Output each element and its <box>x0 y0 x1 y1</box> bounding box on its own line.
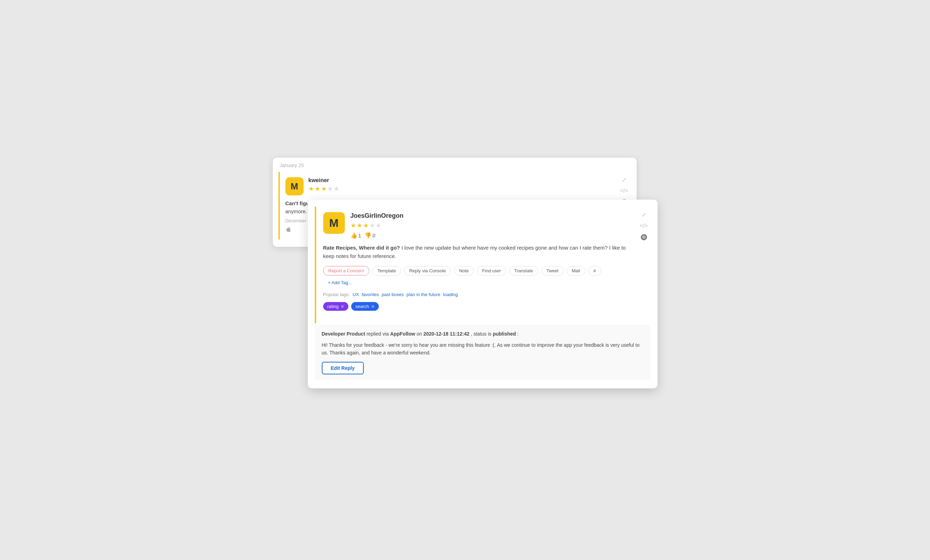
downvote-count: 0 <box>373 233 375 238</box>
expand-icon[interactable]: ⤢ <box>621 176 628 184</box>
report-concern-button[interactable]: Report a Concern <box>323 266 370 275</box>
popular-tags-row: Popular tags: UX favorites past boxes pl… <box>323 292 633 297</box>
hash-button[interactable]: # <box>588 266 601 275</box>
code-icon-front[interactable]: </> <box>640 222 648 230</box>
star-1: ★ <box>308 185 314 193</box>
reply-on-text: on <box>417 331 423 337</box>
reply-section: Developer Product replied via AppFollow … <box>315 325 651 380</box>
active-tag-search[interactable]: search ✕ <box>351 302 379 311</box>
active-tag-rating-remove[interactable]: ✕ <box>341 304 344 309</box>
review-text-front: Rate Recipes, Where did it go? I love th… <box>323 244 633 261</box>
popular-tag-past-boxes[interactable]: past boxes <box>382 292 403 297</box>
front-star-1: ★ <box>351 222 356 229</box>
review-title-front: Rate Recipes, Where did it go? <box>323 245 400 251</box>
card-front: ⤢ </> 🔘 M JoesGirlinOregon ★ ★ ★ ★ ★ <box>308 199 657 388</box>
reviewer-info-back: M kweiner ★ ★ ★ ★ ★ <box>285 177 625 195</box>
reply-text: Hi! Thanks for your feedback - we're sor… <box>322 341 644 357</box>
reply-header: Developer Product replied via AppFollow … <box>322 330 644 338</box>
review-card-front: ⤢ </> 🔘 M JoesGirlinOregon ★ ★ ★ ★ ★ <box>315 207 651 323</box>
reply-status-text: , status is <box>471 331 493 337</box>
translate-button[interactable]: Translate <box>509 266 538 275</box>
star-4: ★ <box>327 185 333 193</box>
reviewer-details-front: JoesGirlinOregon ★ ★ ★ ★ ★ 👍 1 <box>351 212 633 239</box>
reviewer-name-front: JoesGirlinOregon <box>351 212 633 219</box>
downvote-btn[interactable]: 👎 0 <box>365 232 375 239</box>
front-star-4: ★ <box>370 222 375 229</box>
vote-row: 👍 1 👎 0 <box>351 232 633 239</box>
popular-tag-ux[interactable]: UX <box>353 292 359 297</box>
find-user-button[interactable]: Find user <box>477 266 506 275</box>
reply-via-text: replied via <box>366 331 390 337</box>
template-button[interactable]: Template <box>372 266 401 275</box>
reply-developer: Developer Product <box>322 331 365 337</box>
expand-icon-front[interactable]: ⤢ <box>640 211 648 218</box>
active-tag-search-label: search <box>355 304 369 309</box>
active-tag-rating[interactable]: rating ✕ <box>323 302 349 311</box>
reply-platform: AppFollow <box>390 331 416 337</box>
stars-back: ★ ★ ★ ★ ★ <box>308 185 625 193</box>
front-star-5: ★ <box>376 222 381 229</box>
star-2: ★ <box>315 185 320 193</box>
reviewer-info-front: M JoesGirlinOregon ★ ★ ★ ★ ★ 👍 1 <box>323 212 633 239</box>
upvote-btn[interactable]: 👍 1 <box>351 232 361 239</box>
reviewer-name-back: kweiner <box>308 177 625 184</box>
front-star-2: ★ <box>357 222 362 229</box>
note-button[interactable]: Note <box>454 266 474 275</box>
code-icon[interactable]: </> <box>621 187 628 195</box>
action-buttons-row: Report a Concern Template Reply via Cons… <box>323 266 633 287</box>
star-3: ★ <box>321 185 327 193</box>
stars-front: ★ ★ ★ ★ ★ <box>351 222 633 229</box>
avatar-front: M <box>323 212 345 234</box>
avatar-back: M <box>285 177 303 195</box>
date-label: January 25 <box>273 158 637 172</box>
active-tag-rating-label: rating <box>327 304 339 309</box>
action-icons-front: ⤢ </> 🔘 <box>640 211 648 241</box>
camera-icon-front[interactable]: 🔘 <box>640 233 648 241</box>
popular-tag-favorites[interactable]: favorites <box>362 292 379 297</box>
reviewer-details-back: kweiner ★ ★ ★ ★ ★ <box>308 177 625 193</box>
mail-button[interactable]: Mail <box>567 266 585 275</box>
star-5: ★ <box>334 185 339 193</box>
upvote-count: 1 <box>359 233 361 238</box>
active-tags-row: rating ✕ search ✕ <box>323 302 633 311</box>
page-container: January 25 ⤢ </> 🔘 M kweiner ★ ★ ★ ★ <box>273 158 657 402</box>
thumbdown-icon: 👎 <box>365 232 371 239</box>
front-star-3: ★ <box>363 222 369 229</box>
thumbup-icon: 👍 <box>351 232 357 239</box>
tweet-button[interactable]: Tweet <box>541 266 564 275</box>
active-tag-search-remove[interactable]: ✕ <box>371 304 374 309</box>
popular-tags-label: Popular tags: <box>323 292 350 297</box>
add-tag-button[interactable]: + Add Tag... <box>323 278 357 287</box>
reply-via-console-button[interactable]: Reply via Console <box>404 266 451 275</box>
reply-date: 2020-12-18 11:12:42 <box>423 331 470 337</box>
reply-colon: : <box>517 331 519 337</box>
reply-status: published <box>493 331 516 337</box>
popular-tag-plan[interactable]: plan in the future <box>406 292 440 297</box>
edit-reply-button[interactable]: Edit Reply <box>322 362 364 374</box>
popular-tag-loading[interactable]: loading <box>443 292 458 297</box>
